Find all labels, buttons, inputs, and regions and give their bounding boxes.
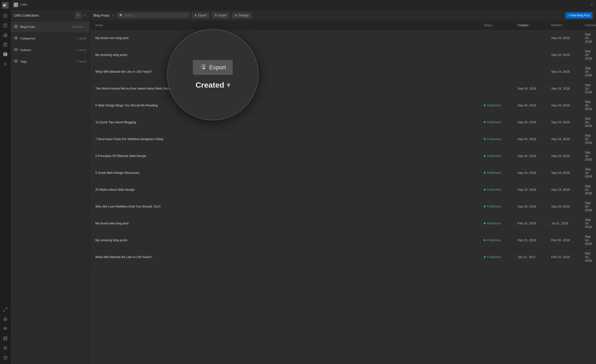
cms-panel-title: CMS Collections	[14, 14, 73, 17]
table-row[interactable]: 20 Myths About Web Design Published Sep …	[90, 181, 596, 198]
resize-icon[interactable]	[1, 305, 10, 314]
cms-collections-panel: CMS Collections + ✕ Blog Posts 22 items …	[11, 10, 90, 364]
collection-item-authors[interactable]: Authors 3 items	[11, 44, 90, 56]
table-row[interactable]: My amazing blog posts Sep 24, 2018 Sep 2…	[90, 46, 596, 63]
cell-status: Published	[482, 114, 516, 130]
cell-name: 5 Principles Of Effective Web Design	[93, 148, 482, 164]
status-dot	[484, 223, 485, 224]
status-text: Published	[487, 171, 501, 175]
export-label: Export	[198, 14, 207, 17]
tab-title: Blog Posts	[93, 14, 110, 17]
status-text: Published	[487, 238, 501, 242]
collections-list: Blog Posts 22 items › Categories 4 items	[11, 21, 90, 67]
cell-published: Sep 24, 2018	[583, 30, 593, 46]
svg-point-13	[4, 318, 7, 321]
export-button[interactable]: ⬇ Export	[192, 12, 209, 19]
status-dot	[484, 189, 485, 190]
cell-status: Published	[482, 232, 516, 248]
sort-arrow-icon: ▾	[529, 24, 530, 27]
cell-status	[482, 30, 516, 46]
cell-modified: Sep 24, 2018	[549, 80, 583, 97]
collection-item-blog-posts[interactable]: Blog Posts 22 items ›	[11, 21, 90, 33]
cell-status: Published	[482, 131, 516, 147]
help-icon[interactable]	[1, 353, 10, 362]
add-panel-icon[interactable]	[1, 12, 10, 20]
cell-published: Sep 24, 2018	[583, 215, 593, 232]
cell-status: Published	[482, 215, 516, 232]
preview-icon[interactable]	[1, 315, 10, 324]
cell-created	[516, 30, 549, 46]
table-row[interactable]: The Worst Advice We've Ever Heard About …	[90, 80, 596, 97]
layers-icon[interactable]	[1, 31, 10, 39]
import-button[interactable]: ⬆ Import	[212, 12, 229, 19]
col-header-created[interactable]: Created ▾	[516, 21, 549, 29]
table-row[interactable]: My amazing blog posts Published Feb 15, …	[90, 232, 596, 249]
cell-created: Sep 24, 2018	[516, 198, 549, 215]
cms-nav-icon[interactable]	[1, 50, 10, 59]
cell-modified: Sep 24, 2018	[549, 181, 583, 198]
tab-close-button[interactable]: ✕	[112, 14, 115, 17]
cell-created: Sep 24, 2018	[516, 148, 549, 164]
cell-status	[482, 63, 516, 80]
grid-view-icon[interactable]	[1, 325, 10, 333]
table-row[interactable]: My brand new blog post Published Feb 15,…	[90, 215, 596, 232]
table-row[interactable]: My brand new blog post Sep 24, 2018 Sep …	[90, 30, 596, 46]
status-dot	[484, 172, 485, 174]
search-input[interactable]	[124, 14, 187, 17]
search-icon: 🔍	[119, 14, 123, 17]
app-logo: W	[2, 2, 9, 9]
cell-name: What Will Website Be Like In 100 Years?	[93, 249, 482, 265]
cell-published: Sep 24, 2018	[583, 232, 593, 248]
cart-icon[interactable]	[1, 40, 10, 49]
col-header-published[interactable]: Published	[583, 21, 593, 29]
collection-item-tags[interactable]: Tags 5 items	[11, 56, 90, 67]
new-blog-post-label: + New Blog Post	[568, 14, 590, 17]
component-icon[interactable]	[1, 334, 10, 343]
cell-status: Published	[482, 164, 516, 181]
cell-modified: Sep 24, 2018	[549, 114, 583, 130]
cell-published: Sep 24, 2018	[583, 63, 593, 80]
new-blog-post-button[interactable]: + New Blog Post	[566, 12, 593, 19]
cell-created	[516, 63, 549, 80]
cell-status: Published	[482, 148, 516, 164]
settings-button[interactable]: ⚙ Settings	[232, 12, 252, 19]
cell-published: Sep 24, 2018	[583, 97, 593, 114]
table-row[interactable]: 5 Principles Of Effective Web Design Pub…	[90, 148, 596, 164]
search-box: 🔍	[117, 13, 189, 18]
title-bar-close-button[interactable]: ✕	[590, 2, 593, 7]
cell-name: Why We Love Webflow (And You Should, Too…	[93, 198, 482, 215]
table-row[interactable]: 5 Great Web Design Resources Published S…	[90, 164, 596, 181]
pages-icon[interactable]	[1, 21, 10, 30]
table-row[interactable]: 7 Must Have Tools For Webflow Designers …	[90, 131, 596, 148]
import-icon: ⬆	[215, 14, 217, 17]
cms-panel-header: CMS Collections + ✕	[11, 10, 90, 21]
status-dot	[484, 239, 485, 241]
cell-created: Sep 24, 2018	[516, 97, 549, 114]
add-collection-button[interactable]: +	[75, 12, 82, 19]
col-header-status[interactable]: Status	[482, 21, 516, 29]
col-header-name[interactable]: Name	[93, 21, 482, 29]
users-icon[interactable]	[1, 344, 10, 352]
cell-created: Sep 24, 2018	[516, 181, 549, 198]
collection-item-categories[interactable]: Categories 4 items	[11, 33, 90, 44]
svg-rect-17	[4, 329, 5, 330]
cms-panel-close-button[interactable]: ✕	[83, 14, 86, 17]
cell-created	[516, 46, 549, 63]
table-row[interactable]: What Will Website Be Like In 100 Years? …	[90, 63, 596, 80]
svg-rect-21	[4, 337, 7, 340]
cell-modified: Sep 24, 2018	[549, 46, 583, 63]
svg-point-9	[4, 53, 7, 54]
status-text: Published	[487, 137, 501, 141]
svg-rect-22	[4, 338, 6, 339]
table-row[interactable]: Why We Love Webflow (And You Should, Too…	[90, 198, 596, 215]
table-row[interactable]: 5 Web Design Blogs You Should Be Reading…	[90, 97, 596, 114]
table-row[interactable]: 10 Quick Tips About Blogging Published S…	[90, 114, 596, 131]
table-row[interactable]: What Will Website Be Like In 100 Years? …	[90, 249, 596, 266]
col-header-modified[interactable]: Modified	[549, 21, 583, 29]
settings-nav-icon[interactable]	[1, 60, 10, 68]
content-header: Blog Posts ✕ 🔍 ⬇ Export ⬆ Import	[90, 10, 596, 21]
cell-created: Feb 15, 2018	[516, 215, 549, 232]
collection-name: Blog Posts	[20, 25, 70, 29]
cell-created: Sep 24, 2018	[516, 164, 549, 181]
status-dot	[484, 155, 485, 157]
